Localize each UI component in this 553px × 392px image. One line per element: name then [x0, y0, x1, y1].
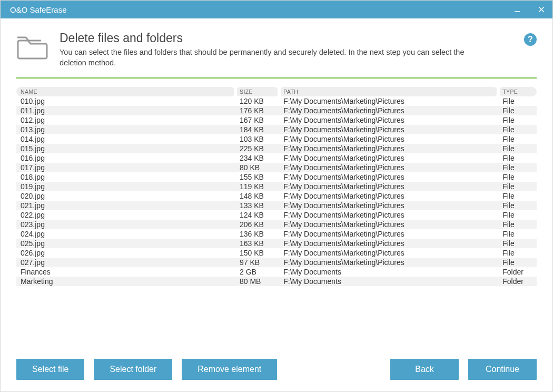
cell-size: 80 KB	[235, 163, 279, 172]
cell-type: File	[498, 96, 537, 106]
cell-name: 027.jpg	[16, 258, 235, 267]
header-text: Delete files and folders You can select …	[60, 31, 512, 68]
cell-name: 020.jpg	[16, 191, 235, 201]
cell-type: File	[498, 248, 537, 258]
table-row[interactable]: 013.jpg184 KBF:\My Documents\Marketing\P…	[16, 125, 537, 134]
titlebar[interactable]: O&O SafeErase	[1, 1, 552, 18]
table-row[interactable]: 010.jpg120 KBF:\My Documents\Marketing\P…	[16, 96, 537, 106]
cell-type: File	[498, 191, 537, 201]
cell-name: 022.jpg	[16, 210, 235, 220]
cell-name: 018.jpg	[16, 172, 235, 182]
table-row[interactable]: 024.jpg136 KBF:\My Documents\Marketing\P…	[16, 229, 537, 239]
cell-path: F:\My Documents\Marketing\Pictures	[279, 172, 498, 182]
cell-size: 103 KB	[235, 134, 279, 144]
cell-path: F:\My Documents\Marketing\Pictures	[279, 182, 498, 191]
table-row[interactable]: 027.jpg97 KBF:\My Documents\Marketing\Pi…	[16, 258, 537, 267]
cell-size: 150 KB	[235, 248, 279, 258]
page-description: You can select the files and folders tha…	[60, 47, 491, 68]
table-row[interactable]: 021.jpg133 KBF:\My Documents\Marketing\P…	[16, 201, 537, 210]
cell-path: F:\My Documents\Marketing\Pictures	[279, 153, 498, 163]
footer-buttons: Select file Select folder Remove element…	[16, 359, 537, 380]
table-row[interactable]: 020.jpg148 KBF:\My Documents\Marketing\P…	[16, 191, 537, 201]
table-row[interactable]: 022.jpg124 KBF:\My Documents\Marketing\P…	[16, 210, 537, 220]
table-row[interactable]: 026.jpg150 KBF:\My Documents\Marketing\P…	[16, 248, 537, 258]
file-table-scroll[interactable]: NAME SIZE PATH TYPE 010.jpg120 KBF:\My D…	[16, 87, 537, 347]
cell-name: 019.jpg	[16, 182, 235, 191]
minimize-button[interactable]	[512, 5, 522, 14]
cell-size: 148 KB	[235, 191, 279, 201]
cell-path: F:\My Documents\Marketing\Pictures	[279, 210, 498, 220]
col-header-name[interactable]: NAME	[16, 87, 235, 96]
cell-name: 013.jpg	[16, 125, 235, 134]
cell-name: 017.jpg	[16, 163, 235, 172]
cell-size: 2 GB	[235, 267, 279, 277]
table-row[interactable]: 011.jpg176 KBF:\My Documents\Marketing\P…	[16, 106, 537, 115]
table-row[interactable]: 025.jpg163 KBF:\My Documents\Marketing\P…	[16, 239, 537, 248]
table-row[interactable]: 014.jpg103 KBF:\My Documents\Marketing\P…	[16, 134, 537, 144]
cell-size: 163 KB	[235, 239, 279, 248]
table-row[interactable]: Marketing80 MBF:\My DocumentsFolder	[16, 277, 537, 286]
cell-path: F:\My Documents\Marketing\Pictures	[279, 201, 498, 210]
cell-type: File	[498, 163, 537, 172]
cell-size: 120 KB	[235, 96, 279, 106]
cell-type: File	[498, 182, 537, 191]
cell-type: File	[498, 115, 537, 125]
table-row[interactable]: 023.jpg206 KBF:\My Documents\Marketing\P…	[16, 220, 537, 229]
table-row[interactable]: 015.jpg225 KBF:\My Documents\Marketing\P…	[16, 144, 537, 153]
cell-size: 119 KB	[235, 182, 279, 191]
cell-name: 015.jpg	[16, 144, 235, 153]
cell-name: 023.jpg	[16, 220, 235, 229]
back-button[interactable]: Back	[390, 359, 459, 380]
col-header-type[interactable]: TYPE	[498, 87, 537, 96]
table-row[interactable]: 017.jpg80 KBF:\My Documents\Marketing\Pi…	[16, 163, 537, 172]
cell-type: File	[498, 106, 537, 115]
cell-type: File	[498, 125, 537, 134]
cell-name: 011.jpg	[16, 106, 235, 115]
table-row[interactable]: 018.jpg155 KBF:\My Documents\Marketing\P…	[16, 172, 537, 182]
continue-button[interactable]: Continue	[468, 359, 537, 380]
cell-size: 234 KB	[235, 153, 279, 163]
page-header: Delete files and folders You can select …	[16, 31, 537, 68]
help-icon: ?	[528, 35, 533, 44]
cell-path: F:\My Documents\Marketing\Pictures	[279, 106, 498, 115]
content-area: Delete files and folders You can select …	[1, 18, 552, 391]
cell-name: 021.jpg	[16, 201, 235, 210]
col-header-size[interactable]: SIZE	[235, 87, 279, 96]
cell-type: Folder	[498, 277, 537, 286]
select-folder-button[interactable]: Select folder	[94, 359, 172, 380]
cell-name: Finances	[16, 267, 235, 277]
cell-size: 167 KB	[235, 115, 279, 125]
window-controls	[512, 5, 546, 14]
cell-path: F:\My Documents\Marketing\Pictures	[279, 258, 498, 267]
col-header-path[interactable]: PATH	[279, 87, 498, 96]
app-window: O&O SafeErase Delete files and folders Y…	[0, 0, 553, 392]
cell-size: 80 MB	[235, 277, 279, 286]
cell-type: File	[498, 210, 537, 220]
file-table-wrap: NAME SIZE PATH TYPE 010.jpg120 KBF:\My D…	[16, 87, 537, 347]
table-row[interactable]: 012.jpg167 KBF:\My Documents\Marketing\P…	[16, 115, 537, 125]
cell-name: Marketing	[16, 277, 235, 286]
cell-name: 024.jpg	[16, 229, 235, 239]
window-title: O&O SafeErase	[10, 5, 67, 14]
table-row[interactable]: 019.jpg119 KBF:\My Documents\Marketing\P…	[16, 182, 537, 191]
cell-name: 010.jpg	[16, 96, 235, 106]
cell-path: F:\My Documents\Marketing\Pictures	[279, 191, 498, 201]
cell-name: 026.jpg	[16, 248, 235, 258]
select-file-button[interactable]: Select file	[16, 359, 84, 380]
cell-path: F:\My Documents\Marketing\Pictures	[279, 115, 498, 125]
cell-path: F:\My Documents\Marketing\Pictures	[279, 220, 498, 229]
cell-path: F:\My Documents\Marketing\Pictures	[279, 229, 498, 239]
help-button[interactable]: ?	[524, 33, 537, 46]
table-row[interactable]: 016.jpg234 KBF:\My Documents\Marketing\P…	[16, 153, 537, 163]
cell-name: 025.jpg	[16, 239, 235, 248]
page-heading: Delete files and folders	[60, 31, 491, 45]
close-button[interactable]	[537, 5, 546, 14]
cell-name: 016.jpg	[16, 153, 235, 163]
cell-size: 206 KB	[235, 220, 279, 229]
cell-size: 225 KB	[235, 144, 279, 153]
table-row[interactable]: Finances2 GBF:\My DocumentsFolder	[16, 267, 537, 277]
folder-icon	[16, 31, 48, 63]
cell-name: 012.jpg	[16, 115, 235, 125]
remove-element-button[interactable]: Remove element	[182, 359, 277, 380]
cell-path: F:\My Documents\Marketing\Pictures	[279, 163, 498, 172]
